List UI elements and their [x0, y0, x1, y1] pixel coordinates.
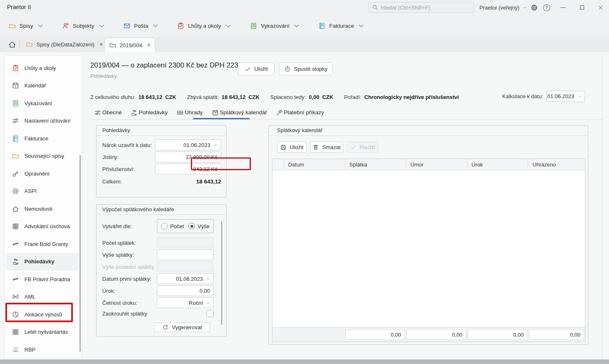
menu-lhuty-a-ukoly[interactable]: Lhůty a úkoly: [177, 22, 232, 29]
claim-date-select[interactable]: 01.06.2023: [155, 140, 221, 150]
help-icon[interactable]: ?: [541, 0, 552, 15]
search-input[interactable]: [381, 5, 471, 11]
svg-text:1: 1: [15, 85, 17, 88]
sidebar-item-fb-pravni-poradna[interactable]: FB Právní Poradna: [5, 270, 82, 288]
sidebar-item-pohledavky[interactable]: Pohledávky: [6, 253, 79, 271]
save-button[interactable]: Uložit: [238, 63, 274, 75]
minimize-button[interactable]: [556, 0, 570, 15]
claim-date-value: 01.06.2023: [183, 142, 210, 148]
main-menu-bar: Spisy Subjekty Pošta Lhůty a úkoly Vykaz…: [0, 15, 609, 36]
installment-calc-panel: Výpočet splátkového kaledáře Vytvářet dl…: [96, 204, 226, 337]
col-splatka[interactable]: Splátka: [345, 159, 407, 170]
footer-total-urok: 0,00: [468, 329, 527, 340]
generate-button[interactable]: Vygenerovat: [154, 323, 210, 332]
principal-value: 17 800,00 Kč: [185, 154, 217, 160]
schedule-delete-label: Smazat: [322, 144, 340, 150]
last-installment-label: Výše poslední splátky: [102, 264, 154, 270]
global-search[interactable]: [368, 2, 474, 13]
radio-vyse[interactable]: Výše: [188, 223, 209, 229]
menu-subjekty[interactable]: Subjekty: [62, 22, 105, 29]
profile-menu[interactable]: Praetor (veřejný): [479, 0, 527, 15]
sidebar-item-nastaveni-uctovani[interactable]: Nastavení účtování: [5, 112, 82, 130]
home-button[interactable]: [7, 40, 17, 49]
sidebar-item-label: Advokátní úschova: [24, 223, 70, 229]
sidebar-item-aspi[interactable]: ASPI: [5, 183, 82, 200]
chevron-down-icon: [206, 301, 210, 305]
clipboard-check-icon: [12, 65, 19, 72]
sidebar-scrollbar[interactable]: [79, 155, 81, 352]
sidebar-item-frank-bold-granty[interactable]: Frank Bold Granty: [5, 235, 82, 253]
col-uhrazeno[interactable]: Uhrazeno: [528, 159, 585, 170]
house-icon: [12, 205, 19, 212]
safe-icon: [12, 328, 19, 335]
chevron-down-icon: [213, 143, 218, 147]
menu-spisy[interactable]: Spisy: [9, 22, 44, 29]
close-tab-icon[interactable]: ×: [147, 42, 150, 48]
schedule-save-button[interactable]: Uložit: [277, 142, 307, 153]
list-card-icon: [250, 22, 257, 29]
panel-scrollbar[interactable]: [221, 221, 222, 325]
col-urok[interactable]: Úrok: [467, 159, 529, 170]
sidebar-item-kalendar[interactable]: 1 Kalendář: [5, 77, 82, 95]
sidebar-item-souvisejici-spisy[interactable]: Související spisy: [5, 147, 82, 165]
menu-fakturace[interactable]: Fakturace: [318, 22, 365, 29]
sidebar-item-fakturace[interactable]: Fakturace: [5, 130, 82, 147]
table-header-row: Datum Splátka Úmor Úrok Uhrazeno: [272, 159, 585, 170]
col-umor[interactable]: Úmor: [406, 159, 467, 170]
tab-platebni-prikazy[interactable]: Platební příkazy: [276, 109, 324, 116]
sidebar-item-letet-nyilvantartas[interactable]: Letét nyilvántartás: [5, 323, 82, 341]
tab-uhrady[interactable]: Úhrady: [177, 109, 203, 116]
sidebar-item-aml[interactable]: AML: [5, 288, 82, 306]
first-installment-date-select[interactable]: 01.06.2023: [157, 273, 214, 284]
menu-label: Vykazování: [261, 23, 289, 29]
menu-label: Lhůty a úkoly: [188, 23, 221, 29]
accessories-input[interactable]: 843,12 Kč: [155, 164, 221, 174]
target-icon: [12, 188, 19, 195]
tab-2019-004[interactable]: 2019/004 ×: [104, 38, 155, 52]
first-installment-date-value: 01.06.2023: [176, 276, 203, 282]
key-icon: [12, 170, 19, 177]
footer-total-uhrazeno: 0,00: [529, 329, 584, 340]
sidebar-item-label: FB Právní Poradna: [24, 276, 70, 282]
close-tab-icon[interactable]: ×: [99, 41, 103, 48]
sidebar-item-advokatni-uschova[interactable]: Advokátní úschova: [5, 218, 82, 236]
menu-vykazovani[interactable]: Vykazování: [250, 22, 300, 29]
panel-title: Výpočet splátkového kaledáře: [96, 205, 226, 215]
sidebar-item-label: Kalendář: [24, 82, 46, 89]
svg-text:RBP: RBP: [13, 350, 18, 352]
start-stopwatch-button[interactable]: Spustit stopky: [279, 63, 333, 75]
installment-amount-input[interactable]: [157, 249, 214, 260]
tab-pohledavky[interactable]: Pohledávky: [131, 109, 168, 116]
tab-splatkovy-kalendar[interactable]: 1 Splátkový kalendář: [212, 109, 267, 116]
settings-gear-icon[interactable]: [528, 0, 540, 15]
interest-frequency-select[interactable]: Roční: [157, 297, 214, 308]
menu-posta[interactable]: Pošta: [123, 22, 159, 29]
schedule-delete-button[interactable]: Smazat: [310, 142, 343, 153]
sidebar-item-alokace-vynosu[interactable]: Alokace výnosů: [5, 306, 82, 323]
close-button[interactable]: [593, 0, 608, 15]
paid-value: 0,00: [309, 94, 319, 100]
chevron-down-icon: [206, 277, 210, 281]
calc-date-select[interactable]: 01.06.2023: [546, 91, 585, 102]
hand-coins-icon: [12, 258, 19, 265]
tab-obecne[interactable]: Obecné: [94, 109, 122, 116]
radio-pocet[interactable]: Počet: [161, 223, 184, 229]
interest-input[interactable]: 0,00: [157, 285, 214, 296]
col-datum[interactable]: Datum: [284, 159, 345, 170]
tab-label: Spisy (DleDataZalozeni): [36, 41, 94, 48]
sidebar-item-opravneni[interactable]: Oprávnění: [5, 165, 82, 183]
radio-circle: [161, 223, 168, 229]
panel-title: Splátkový kalendář: [269, 125, 588, 136]
sidebar-item-rbp[interactable]: 213RBP RBP: [5, 341, 82, 358]
sidebar-item-nemovitosti[interactable]: Nemovitosti: [5, 200, 82, 218]
calc-date-value: 01.06.2023: [547, 93, 574, 99]
principal-input[interactable]: 17 800,00 Kč: [155, 152, 221, 162]
maximize-button[interactable]: [575, 0, 590, 15]
remaining-label: Zbývá splatit:: [187, 94, 219, 100]
sidebar-item-lhuty-a-ukoly[interactable]: Lhůty a úkoly: [5, 59, 82, 77]
sidebar-item-vykazovani[interactable]: Vykazování: [5, 94, 82, 112]
tab-spisy-dledatazalozeni[interactable]: Spisy (DleDataZalozeni) ×: [22, 36, 107, 52]
first-installment-date-label: Datum první splátky:: [102, 276, 152, 282]
round-installments-checkbox[interactable]: [207, 310, 214, 317]
sidebar-item-label: Pohledávky: [24, 258, 54, 265]
